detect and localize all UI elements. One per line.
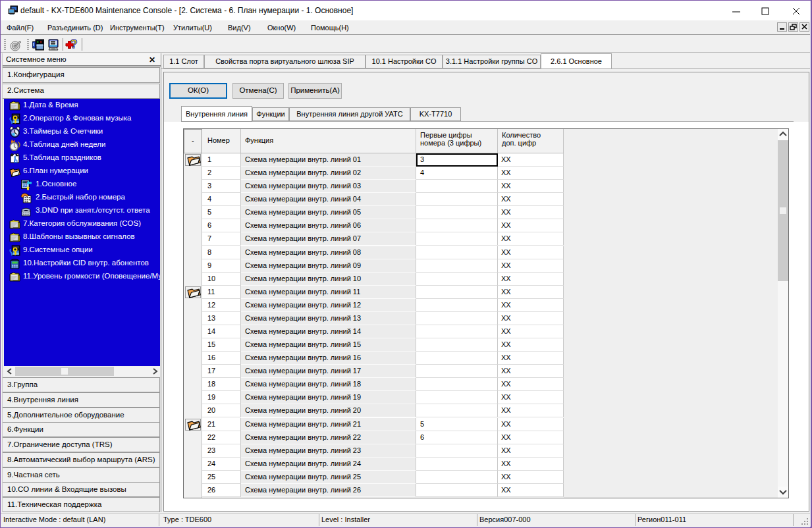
svg-text:32: 32 [22, 183, 28, 188]
